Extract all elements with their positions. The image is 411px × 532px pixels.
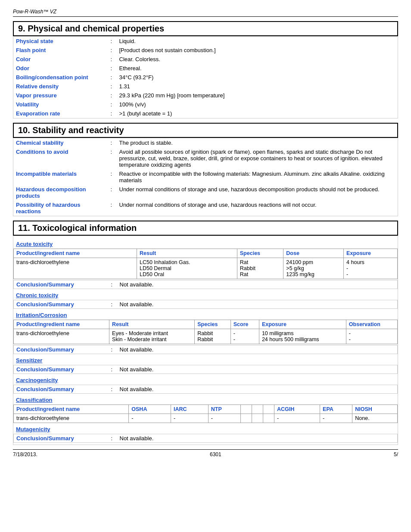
table-row: Boiling/condensation point : 34°C (93.2°… [13,73,398,82]
col-species: Species [195,320,231,329]
colon: : [108,147,117,169]
colon: : [108,200,117,216]
prop-value: Clear. Colorless. [117,55,398,64]
table-row: Incompatible materials : Reactive or inc… [13,169,398,185]
col-observation: Observation [346,320,397,329]
acute-toxicity-table: Product/ingredient name Result Species D… [13,249,398,279]
table-row: trans-dichloroethylene - - - - - None. [14,414,398,423]
species-value: RatRabbitRat [237,258,283,279]
prop-value: The product is stable. [117,138,398,148]
prop-value: Under normal conditions of storage and u… [117,200,398,216]
colon: : [108,100,117,109]
spacer3 [263,414,274,423]
section9-title: 9. Physical and chemical properties [13,21,398,36]
conclusion-value: Not available. [117,280,398,289]
prop-label: Flash point [13,46,108,55]
acute-conclusion-table: Conclusion/Summary : Not available. [13,280,398,289]
prop-label: Possibility of hazardous reactions [13,200,108,216]
prop-label: Physical state [13,37,108,46]
ntp-value: - [208,414,241,423]
table-row: Color : Clear. Colorless. [13,55,398,64]
colon: : [108,91,117,100]
col-ingredient: Product/ingredient name [14,320,109,329]
colon: : [108,169,117,185]
col-score: Score [230,320,259,329]
sensitizer-conclusion-table: Conclusion/Summary : Not available. [13,365,398,374]
dose-value: 24100 ppm>5 g/kg1235 mg/kg [283,258,344,279]
section11-title: 11. Toxicological information [13,221,398,236]
table-row: Relative density : 1.31 [13,82,398,91]
col-spacer2 [252,405,263,414]
prop-label: Vapor pressure [13,91,108,100]
observation-value: -- [346,329,397,344]
prop-label: Evaporation rate [13,109,108,118]
colon: : [109,385,117,394]
colon: : [109,434,117,443]
conclusion-label: Conclusion/Summary [14,300,109,309]
conclusion-label: Conclusion/Summary [14,434,109,443]
table-row: Possibility of hazardous reactions : Und… [13,200,398,216]
col-osha: OSHA [129,405,171,414]
prop-value: Reactive or incompatible with the follow… [117,169,398,185]
sensitizer-link[interactable]: Sensitizer [13,356,398,365]
section9-table: Physical state : Liquid. Flash point : [… [13,36,398,118]
col-exposure: Exposure [259,320,346,329]
footer-code: 6301 [210,451,221,457]
table-row: Physical state : Liquid. [13,37,398,46]
footer-page: 5/ [394,451,398,457]
colon: : [108,64,117,73]
irritation-conclusion-table: Conclusion/Summary : Not available. [13,345,398,354]
prop-label: Conditions to avoid [13,147,108,169]
prop-label: Volatility [13,100,108,109]
conclusion-row: Conclusion/Summary : Not available. [14,365,398,374]
prop-label: Relative density [13,82,108,91]
carcinogenicity-link[interactable]: Carcinogenicity [13,376,398,385]
conclusion-row: Conclusion/Summary : Not available. [14,300,398,309]
classification-link[interactable]: Classification [13,395,398,404]
col-exposure: Exposure [344,249,398,258]
colon: : [108,109,117,118]
table-row: trans-dichloroethylene Eyes - Moderate i… [14,329,398,344]
conclusion-label: Conclusion/Summary [14,365,109,374]
conclusion-row: Conclusion/Summary : Not available. [14,434,398,443]
table-row: Conditions to avoid : Avoid all possible… [13,147,398,169]
conclusion-value: Not available. [117,385,398,394]
prop-value: Liquid. [117,37,398,46]
footer: 7/18/2013. 6301 5/ [13,449,398,457]
ingredient-name: trans-dichloroethylene [14,329,109,344]
colon: : [109,300,117,309]
score-value: -- [230,329,259,344]
chronic-toxicity-link[interactable]: Chronic toxicity [13,291,398,300]
acgih-value: - [274,414,320,423]
chronic-conclusion-table: Conclusion/Summary : Not available. [13,300,398,309]
result-value: Eyes - Moderate irritantSkin - Moderate … [109,329,195,344]
mutagenicity-link[interactable]: Mutagenicity [13,425,398,434]
section10-table: Chemical stability : The product is stab… [13,138,398,216]
prop-value: Avoid all possible sources of ignition (… [117,147,398,169]
irritation-corrosion-link[interactable]: Irritation/Corrosion [13,311,398,320]
table-row: trans-dichloroethylene LC50 Inhalation G… [14,258,398,279]
section10-title: 10. Stability and reactivity [13,123,398,138]
prop-label: Incompatible materials [13,169,108,185]
colon: : [109,280,117,289]
carcinogenicity-conclusion-table: Conclusion/Summary : Not available. [13,385,398,394]
colon: : [108,55,117,64]
exposure-value: 4 hours-- [344,258,398,279]
conclusion-label: Conclusion/Summary [14,280,109,289]
niosh-value: None. [352,414,398,423]
mutagenicity-conclusion-table: Conclusion/Summary : Not available. [13,434,398,443]
colon: : [109,345,117,354]
prop-label: Color [13,55,108,64]
col-niosh: NIOSH [352,405,398,414]
result-value: LC50 Inhalation Gas.LD50 DermalLD50 Oral [137,258,237,279]
prop-value: 100% (v/v) [117,100,398,109]
col-spacer1 [241,405,252,414]
table-row: Hazardous decomposition products : Under… [13,185,398,200]
acute-toxicity-link[interactable]: Acute toxicity [13,240,398,249]
colon: : [108,138,117,148]
ingredient-name: trans-dichloroethylene [14,414,129,423]
col-result: Result [109,320,195,329]
prop-value: 1.31 [117,82,398,91]
col-iarc: IARC [171,405,209,414]
epa-value: - [320,414,352,423]
